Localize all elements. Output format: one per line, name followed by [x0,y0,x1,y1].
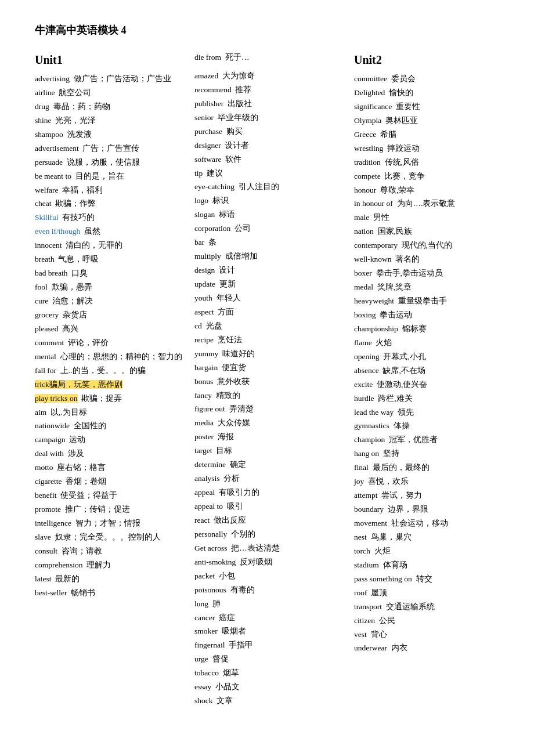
page-title: 牛津高中英语模块 4 [35,23,505,37]
word-zh: 最后的，最终的 [369,463,430,472]
word-zh: 冠军，优胜者 [385,435,438,444]
word-zh: 希腊 [376,130,396,139]
word-zh: 有技巧的 [59,213,95,222]
word-zh: 治愈；解决 [48,296,93,305]
word-en: smoker [194,627,218,635]
word-en: appeal to [194,502,223,511]
list-item: senior 毕业年级的 [194,111,348,125]
word-en: nation [354,227,374,236]
word-zh: 喜悦，欢乐 [364,477,409,486]
list-item: comprehension 理解力 [35,559,189,572]
word-zh: 推广；传销；促进 [61,505,130,513]
list-item: advertising 做广告；广告活动；广告业 [35,73,189,86]
list-item: heavyweight 重量级拳击手 [354,295,505,308]
list-item: amazed 大为惊奇 [194,70,348,83]
word-zh: 欺骗；作弊 [51,199,96,208]
list-item: nation 国家,民族 [354,225,505,238]
list-item: campaign 运动 [35,433,189,447]
list-item: promote 推广；传销；促进 [35,503,189,516]
word-en: cd [194,321,202,330]
word-en: comment [35,338,64,347]
word-en: campaign [35,435,65,444]
column-unit1: Unit1 advertising 做广告；广告活动；广告业airline 航空… [35,51,194,601]
word-zh: 烹饪法 [214,335,242,344]
list-item: hang on 坚持 [354,447,505,461]
list-item: champion 冠军，优胜者 [354,433,505,447]
word-zh: 海报 [214,432,234,441]
word-zh: 锦标赛 [398,324,427,333]
list-item: honour 尊敬,荣幸 [354,184,505,197]
word-zh: 意外收获 [213,377,250,386]
word-en: react [194,516,210,525]
word-en: multiply [194,252,221,261]
word-zh: 内衣 [387,643,407,652]
list-item: die from 死于… [194,51,348,64]
list-item: bar 条 [194,236,348,249]
word-zh: 幸福，福利 [58,186,103,194]
word-zh: 分析 [220,474,240,483]
word-en: determine [194,460,226,469]
list-item: smoker 吸烟者 [194,625,348,638]
word-en: urge [194,654,208,663]
list-item: designer 设计者 [194,139,348,153]
word-zh: 评论，评价 [64,338,109,347]
word-zh: 使受益；得益于 [56,491,117,500]
word-en: Get across [194,544,228,552]
word-zh: 为向….表示敬意 [393,199,456,208]
word-en: slogan [194,210,215,219]
list-item: pass something on 转交 [354,573,505,586]
word-zh: 航空公司 [55,88,91,97]
word-zh: 比赛，竞争 [381,172,425,180]
word-zh: 死于… [221,53,249,62]
word-en: update [194,280,215,288]
word-en: even if/though [35,227,80,236]
list-item: boxer 拳击手,拳击运动员 [354,267,505,280]
list-item: airline 航空公司 [35,86,189,100]
word-en: lung [194,599,208,608]
word-zh: 理解力 [82,560,111,569]
list-item: innocent 清白的，无罪的 [35,239,189,252]
word-en: logo [194,196,208,205]
word-zh: 尝试，努力 [378,491,423,500]
list-item: trick骗局，玩笑，恶作剧 [35,378,189,392]
word-zh: 便宜货 [218,363,246,372]
word-zh: 条 [204,238,217,247]
word-en: cure [35,296,48,305]
word-zh: 运动 [65,435,85,444]
list-item: attempt 尝试，努力 [354,489,505,502]
word-zh: 成倍增加 [221,252,258,261]
word-zh: 有吸引力的 [215,488,259,497]
word-zh: 毕业年级的 [214,113,258,122]
list-item: tradition 传统,风俗 [354,156,505,169]
word-zh: 重量级拳击手 [394,296,447,305]
word-en: opening [354,352,380,361]
unit2-title: Unit2 [354,53,505,67]
list-item: lung 肺 [194,598,348,611]
list-item: medal 奖牌,奖章 [354,281,505,294]
word-zh: 个别的 [227,530,255,538]
list-item: intelligence 智力；才智；情报 [35,517,189,530]
list-item: poisonous 有毒的 [194,584,348,597]
list-item: opening 开幕式,小孔 [354,350,505,364]
list-item: final 最后的，最终的 [354,461,505,475]
list-item: Olympia 奥林匹亚 [354,114,505,128]
word-zh: 男性 [369,213,389,222]
word-zh: 方面 [214,308,234,316]
list-item: torch 火炬 [354,545,505,558]
list-item: comment 评论，评价 [35,337,189,350]
word-en: poster [194,432,214,441]
word-en: cigarette [35,477,62,486]
word-zh: 香烟；卷烟 [62,477,106,486]
list-item: logo 标识 [194,194,348,208]
word-zh: 尊敬,荣幸 [376,186,414,194]
word-zh: 光盘 [202,321,222,330]
word-en: roof [354,588,367,597]
list-item: compete 比赛，竞争 [354,170,505,183]
word-zh: 欺骗，愚弄 [48,283,92,291]
word-zh: 开幕式,小孔 [380,352,426,361]
list-item: benefit 使受益；得益于 [35,489,189,502]
word-en: design [194,266,215,274]
word-zh: 精致的 [212,391,240,400]
list-item: bad breath 口臭 [35,267,189,280]
word-en: corporation [194,224,230,233]
